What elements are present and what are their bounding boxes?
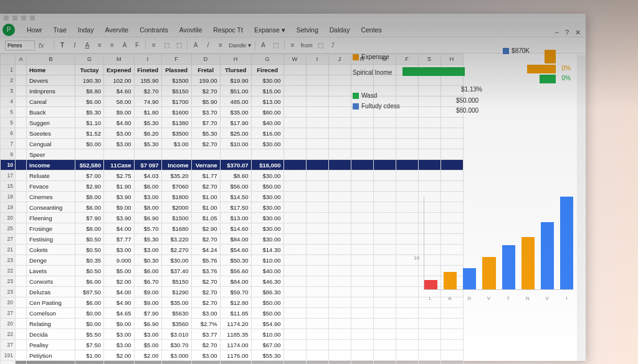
cell[interactable]: $1680 (161, 223, 191, 234)
cell[interactable]: Verrane (191, 160, 220, 170)
cell[interactable]: $35.20 (161, 170, 191, 181)
cell[interactable]: $2.00 (104, 361, 135, 365)
cell[interactable]: $1.77 (191, 170, 220, 181)
cell[interactable]: $3.00 (191, 350, 220, 361)
cell[interactable]: $7060 (161, 181, 191, 192)
cell[interactable]: $0.50 (75, 234, 104, 245)
row-header[interactable]: 19 (1, 202, 16, 213)
cell[interactable]: $16,000 (251, 160, 283, 170)
cell[interactable]: $4.90 (104, 297, 135, 308)
cell[interactable]: Fineted (134, 65, 161, 75)
cell[interactable]: $30.00 (251, 223, 283, 234)
vertical-scrollbar[interactable] (577, 55, 586, 361)
cell[interactable]: $10.00 (251, 255, 283, 266)
cell[interactable]: $2.70 (191, 234, 220, 245)
row-header[interactable]: 15 (1, 181, 16, 192)
cell[interactable]: $4.80 (104, 118, 135, 128)
from-label[interactable]: from (301, 42, 313, 49)
column-header[interactable]: H (220, 54, 251, 65)
cell[interactable]: $3.220 (161, 234, 191, 245)
cell[interactable]: Relating (27, 319, 75, 329)
cell[interactable]: $84.00 (220, 276, 251, 287)
text-icon[interactable]: F (133, 41, 141, 50)
cell[interactable]: $84.00 (220, 234, 251, 245)
italic-icon[interactable]: I (70, 41, 79, 50)
cell[interactable]: $17.90 (220, 118, 251, 128)
cell[interactable]: $1500 (161, 213, 191, 223)
cell[interactable]: $15.00 (251, 86, 283, 96)
menu-item[interactable]: Howr (21, 26, 48, 34)
cell[interactable]: $3.00 (191, 361, 220, 365)
cell[interactable]: Soeetes (27, 128, 75, 139)
cell[interactable]: $0.30 (134, 255, 161, 266)
row-header[interactable]: 23 (1, 287, 16, 297)
cell[interactable]: $50.00 (251, 308, 283, 319)
cell[interactable]: 485.00 (220, 96, 251, 107)
cell[interactable]: Careal (27, 96, 75, 107)
cell[interactable]: $4.60 (104, 86, 135, 96)
cell[interactable]: $3.00 (104, 245, 135, 255)
cell[interactable]: $35.00 (220, 107, 251, 118)
cell[interactable]: $5.00 (134, 340, 161, 350)
cell[interactable]: $0.50 (75, 245, 104, 255)
cell[interactable]: $10.00 (220, 139, 251, 149)
cell[interactable]: $9.00 (134, 297, 161, 308)
cell[interactable]: 9.000 (104, 255, 135, 266)
cell[interactable]: $30.00 (251, 192, 283, 202)
column-header[interactable]: W (283, 54, 306, 65)
cell[interactable]: Pealisy (27, 340, 75, 350)
cell[interactable]: Suggen (27, 118, 75, 128)
row-header[interactable]: 20 (1, 213, 16, 223)
cell[interactable]: 159.00 (191, 75, 220, 86)
cell[interactable]: Fevace (27, 181, 75, 192)
cell[interactable]: $0.35 (75, 255, 104, 266)
cell[interactable]: Decida (27, 329, 75, 340)
cell[interactable]: $87.50 (75, 287, 104, 297)
cell[interactable]: $3.00 (161, 139, 191, 149)
cell[interactable]: $30.00 (251, 170, 283, 181)
menu-item[interactable]: Setving (291, 26, 324, 34)
cell[interactable]: Festising (27, 234, 75, 245)
cell[interactable]: $5.76 (191, 255, 220, 266)
cell[interactable]: $2.00 (134, 350, 161, 361)
row-header[interactable]: 191 (1, 350, 16, 361)
cell[interactable]: Expened (104, 65, 135, 75)
cell[interactable]: $7.00 (134, 361, 161, 365)
cell[interactable]: 11Case (104, 160, 135, 170)
cell[interactable]: $1380 (161, 118, 191, 128)
row-header[interactable]: 5 (1, 107, 16, 118)
row-header[interactable]: 23 (1, 276, 16, 287)
cell[interactable]: $370.07 (220, 160, 251, 170)
cell[interactable]: $2.90 (75, 181, 104, 192)
row-header[interactable]: 6 (1, 128, 16, 139)
cell[interactable]: Home (27, 65, 75, 75)
cell[interactable]: Fleening (27, 213, 75, 223)
cell[interactable]: $13.00 (251, 96, 283, 107)
share-icon[interactable]: ⤴ (329, 41, 338, 50)
cell[interactable]: $2.70 (191, 139, 220, 149)
font-icon[interactable]: A (191, 41, 200, 50)
cell[interactable]: $6.00 (134, 266, 161, 276)
cell[interactable]: Reluate (27, 170, 75, 181)
cell[interactable]: $1.90 (104, 181, 135, 192)
cell[interactable]: $3.00 (134, 245, 161, 255)
cell[interactable]: $54.90 (251, 319, 283, 329)
row-header[interactable]: 4 (1, 96, 16, 107)
cell[interactable]: $2.70 (134, 86, 161, 96)
cell[interactable]: $1290 (161, 287, 191, 297)
cell[interactable]: $2.00 (104, 350, 135, 361)
column-header[interactable]: H (440, 54, 463, 65)
cell[interactable]: $3.010 (161, 329, 191, 340)
column-header[interactable]: J (328, 54, 351, 65)
cell[interactable]: $5.90 (191, 96, 220, 107)
cell[interactable]: Intinprens (27, 86, 75, 96)
cell[interactable]: Speer (27, 149, 75, 160)
cell[interactable]: 190.30 (75, 75, 104, 86)
cell[interactable]: $52,580 (75, 160, 104, 170)
cell[interactable]: $5.30 (134, 139, 161, 149)
cell[interactable]: $4.65 (104, 308, 135, 319)
cell[interactable]: $6.00 (75, 96, 104, 107)
cell[interactable]: $2.70 (191, 86, 220, 96)
cell[interactable]: $4.00 (104, 223, 135, 234)
cell[interactable]: $50.00 (251, 181, 283, 192)
